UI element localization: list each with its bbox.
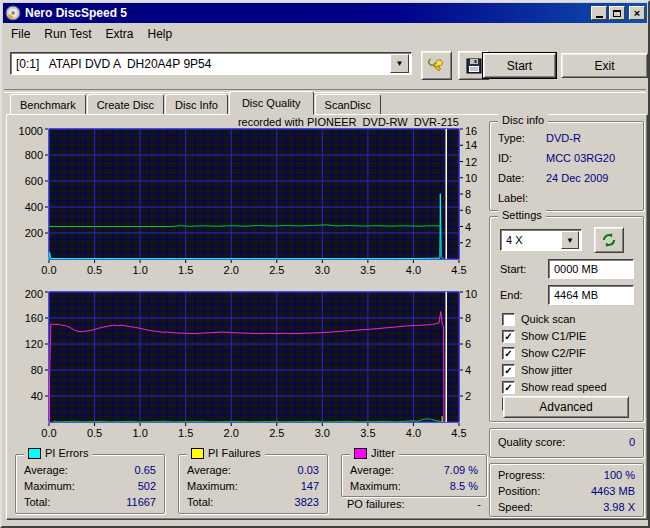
svg-text:14: 14 (465, 139, 477, 151)
svg-text:200: 200 (25, 289, 43, 300)
stat-value: 7.09 % (444, 462, 478, 478)
app-window: Nero DiscSpeed 5 × File Run Test Extra H… (0, 0, 650, 528)
tab-strip: Benchmark Create Disc Disc Info Disc Qua… (10, 94, 382, 115)
svg-text:200: 200 (25, 227, 43, 239)
chevron-down-icon[interactable]: ▼ (390, 54, 409, 73)
stat-value: 3823 (295, 494, 319, 510)
exit-button[interactable]: Exit (561, 53, 648, 78)
speed-select[interactable]: 4 X ▼ (500, 229, 582, 251)
end-field[interactable]: 4464 MB (548, 285, 634, 305)
stat-label: Maximum: (24, 478, 75, 494)
po-failures-value: - (477, 498, 481, 510)
speed-label: Speed: (498, 499, 533, 515)
checkbox-icon: ✓ (502, 347, 515, 360)
start-field[interactable]: 0000 MB (548, 259, 634, 279)
svg-text:10: 10 (465, 172, 477, 184)
svg-text:0.0: 0.0 (41, 427, 56, 439)
pi-failures-title: PI Failures (208, 447, 261, 459)
stat-value: 147 (301, 478, 319, 494)
stat-label: Maximum: (187, 478, 238, 494)
svg-text:8: 8 (465, 188, 471, 200)
drive-select-value: [0:1] ATAPI DVD A DH20A4P 9P54 (11, 57, 390, 71)
minimize-button[interactable] (591, 6, 607, 20)
drive-select[interactable]: [0:1] ATAPI DVD A DH20A4P 9P54 ▼ (10, 52, 412, 75)
svg-text:120: 120 (25, 338, 43, 350)
menu-help[interactable]: Help (141, 25, 180, 43)
tab-disc-info[interactable]: Disc Info (165, 94, 228, 115)
advanced-button[interactable]: Advanced (503, 396, 629, 418)
close-icon: × (634, 8, 640, 18)
tab-create-disc[interactable]: Create Disc (87, 94, 164, 115)
menu-file[interactable]: File (4, 25, 37, 43)
stat-value: 0.03 (298, 462, 319, 478)
menu-extra[interactable]: Extra (98, 25, 140, 43)
stat-value: 0.65 (135, 462, 156, 478)
svg-text:160: 160 (25, 312, 43, 324)
settings-title: Settings (502, 209, 542, 221)
start-button-label: Start (507, 59, 532, 73)
tab-disc-quality[interactable]: Disc Quality (229, 91, 314, 115)
wrench-tools-icon (427, 56, 447, 76)
stat-label: Total: (187, 494, 213, 510)
svg-text:1.0: 1.0 (132, 427, 147, 439)
app-icon (5, 5, 21, 21)
po-failures-label: PO failures: (347, 498, 404, 510)
close-button[interactable]: × (629, 6, 645, 20)
exit-button-label: Exit (594, 59, 614, 73)
pi-errors-box: PI Errors Average:0.65 Maximum:502 Total… (15, 454, 165, 514)
checkbox-show-read-speed[interactable]: ✓Show read speed (502, 380, 607, 394)
svg-text:3.0: 3.0 (315, 264, 330, 276)
end-field-label: End: (500, 289, 523, 301)
disc-id-value: MCC 03RG20 (546, 148, 635, 168)
window-title: Nero DiscSpeed 5 (25, 6, 589, 20)
stat-value: 8.5 % (450, 478, 478, 494)
stat-label: Average: (24, 462, 68, 478)
start-button[interactable]: Start (483, 53, 556, 78)
speed-value: 3.98 X (603, 499, 635, 515)
stat-label: Maximum: (350, 478, 401, 494)
stat-label: Average: (350, 462, 394, 478)
checkbox-show-c2-pif[interactable]: ✓Show C2/PIF (502, 346, 586, 360)
stat-label: Total: (24, 494, 50, 510)
svg-text:3.5: 3.5 (360, 264, 375, 276)
svg-text:8: 8 (465, 312, 471, 324)
menu-run-test[interactable]: Run Test (37, 25, 98, 43)
po-failures-row: PO failures: - (341, 498, 487, 510)
maximize-button[interactable] (609, 6, 625, 20)
svg-text:4.0: 4.0 (406, 264, 421, 276)
jitter-box: Jitter Average:7.09 % Maximum:8.5 % (341, 454, 487, 497)
svg-text:0.5: 0.5 (87, 264, 102, 276)
refresh-icon (601, 232, 617, 248)
quality-score-box: Quality score: 0 (489, 428, 644, 458)
svg-text:12: 12 (465, 156, 477, 168)
jitter-chart: 20016012080401086420.00.51.01.52.02.53.0… (9, 289, 487, 439)
checkbox-show-jitter[interactable]: ✓Show jitter (502, 363, 572, 377)
tab-scandisc[interactable]: ScanDisc (315, 94, 381, 115)
disc-info-label: Type: (498, 128, 546, 148)
svg-text:1000: 1000 (19, 126, 43, 137)
svg-text:10: 10 (465, 289, 477, 300)
disc-type-value: DVD-R (546, 128, 635, 148)
stat-label: Average: (187, 462, 231, 478)
settings-box: Settings 4 X ▼ Start: 0000 MB End: 4464 … (489, 216, 644, 422)
quality-chart: 10008006004002001614121086420.00.51.01.5… (9, 126, 487, 276)
checkbox-icon: ✓ (502, 381, 515, 394)
tab-benchmark[interactable]: Benchmark (10, 94, 86, 115)
svg-text:2.5: 2.5 (269, 427, 284, 439)
refresh-button[interactable] (594, 227, 624, 253)
checkbox-show-c1-pie[interactable]: ✓Show C1/PIE (502, 329, 586, 343)
checkbox-quick-scan[interactable]: Quick scan (502, 312, 575, 326)
checkbox-icon: ✓ (502, 330, 515, 343)
options-button[interactable] (421, 51, 452, 80)
svg-text:6: 6 (465, 204, 471, 216)
position-label: Position: (498, 483, 540, 499)
svg-text:0.0: 0.0 (41, 264, 56, 276)
chevron-down-icon[interactable]: ▼ (561, 231, 579, 249)
disc-info-label: Date: (498, 168, 546, 188)
disc-date-value: 24 Dec 2009 (546, 168, 635, 188)
disc-info-box: Disc info Type:DVD-R ID:MCC 03RG20 Date:… (489, 121, 644, 211)
svg-text:80: 80 (31, 364, 43, 376)
progress-box: Progress:100 % Position:4463 MB Speed:3.… (489, 463, 644, 517)
start-field-label: Start: (500, 263, 526, 275)
svg-text:0.5: 0.5 (87, 427, 102, 439)
